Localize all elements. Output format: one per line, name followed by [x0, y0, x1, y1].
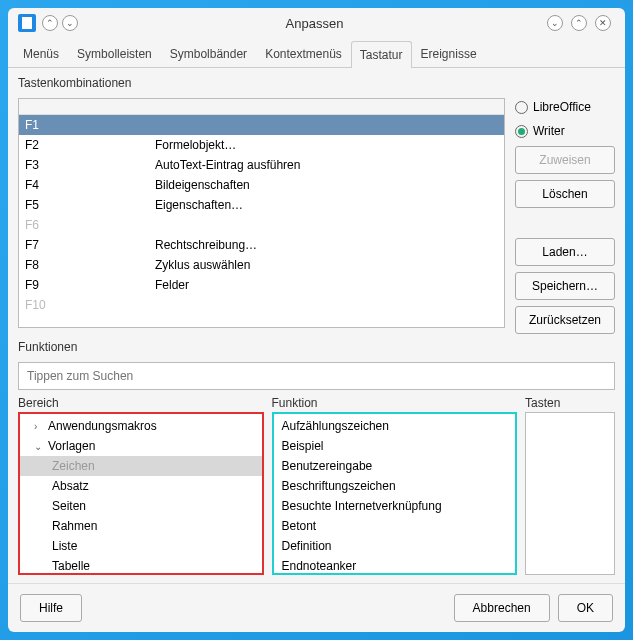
shortcut-row[interactable]: F8Zyklus auswählen	[19, 255, 504, 275]
shortcut-key: F1	[25, 118, 155, 132]
tab-bar: Menüs Symbolleisten Symbolbänder Kontext…	[8, 40, 625, 68]
tab-contextmenus[interactable]: Kontextmenüs	[256, 40, 351, 67]
shortcut-key: F4	[25, 178, 155, 192]
shortcut-row[interactable]: F2Formelobjekt…	[19, 135, 504, 155]
app-icon	[18, 14, 36, 32]
function-list[interactable]: AufzählungszeichenBeispielBenutzereingab…	[272, 412, 518, 575]
shortcut-action	[155, 218, 498, 232]
area-tree[interactable]: ›Anwendungsmakros ⌄Vorlagen ZeichenAbsat…	[18, 412, 264, 575]
close-button[interactable]: ✕	[595, 15, 611, 31]
tree-item[interactable]: Zeichen	[20, 456, 262, 476]
cancel-button[interactable]: Abbrechen	[454, 594, 550, 622]
dialog-footer: Hilfe Abbrechen OK	[8, 583, 625, 632]
radio-icon	[515, 125, 528, 138]
tab-toolbars[interactable]: Symbolleisten	[68, 40, 161, 67]
shortcut-row[interactable]: F3AutoText-Eintrag ausführen	[19, 155, 504, 175]
function-item[interactable]: Betont	[274, 516, 516, 536]
shortcut-key: F10	[25, 298, 155, 312]
tree-item-macros[interactable]: ›Anwendungsmakros	[20, 416, 262, 436]
collapse-button[interactable]: ⌃	[42, 15, 58, 31]
shortcut-key: F9	[25, 278, 155, 292]
tree-item-templates[interactable]: ⌄Vorlagen	[20, 436, 262, 456]
titlebar: ⌃ ⌄ Anpassen ⌄ ⌃ ✕	[8, 8, 625, 38]
function-item[interactable]: Besuchte Internetverknüpfung	[274, 496, 516, 516]
shortcut-action	[155, 298, 498, 312]
shortcuts-list[interactable]: F1F2Formelobjekt…F3AutoText-Eintrag ausf…	[18, 98, 505, 328]
shortcut-row[interactable]: F1	[19, 115, 504, 135]
tree-item[interactable]: Liste	[20, 536, 262, 556]
function-item[interactable]: Beispiel	[274, 436, 516, 456]
window-title: Anpassen	[82, 16, 547, 31]
load-button[interactable]: Laden…	[515, 238, 615, 266]
radio-icon	[515, 101, 528, 114]
shortcut-action: Rechtschreibung…	[155, 238, 498, 252]
tree-item[interactable]: Tabelle	[20, 556, 262, 575]
shortcut-action: Felder	[155, 278, 498, 292]
maximize-button[interactable]: ⌃	[571, 15, 587, 31]
shortcut-action: Eigenschaften…	[155, 198, 498, 212]
ok-button[interactable]: OK	[558, 594, 613, 622]
shortcut-action: Formelobjekt…	[155, 138, 498, 152]
shortcut-action: Bildeigenschaften	[155, 178, 498, 192]
tab-menus[interactable]: Menüs	[14, 40, 68, 67]
functions-label: Funktionen	[18, 340, 615, 354]
shortcut-row[interactable]: F10	[19, 295, 504, 315]
area-label: Bereich	[18, 396, 264, 410]
scope-writer-label: Writer	[533, 124, 565, 138]
tab-events[interactable]: Ereignisse	[412, 40, 486, 67]
keys-list[interactable]	[525, 412, 615, 575]
expand-button[interactable]: ⌄	[62, 15, 78, 31]
chevron-down-icon: ⌄	[34, 441, 44, 452]
shortcut-row[interactable]: F5Eigenschaften…	[19, 195, 504, 215]
shortcut-row[interactable]: F9Felder	[19, 275, 504, 295]
function-label: Funktion	[272, 396, 518, 410]
shortcut-action: AutoText-Eintrag ausführen	[155, 158, 498, 172]
tree-item[interactable]: Rahmen	[20, 516, 262, 536]
shortcut-row[interactable]: F7Rechtschreibung…	[19, 235, 504, 255]
assign-button[interactable]: Zuweisen	[515, 146, 615, 174]
scope-writer[interactable]: Writer	[515, 122, 615, 140]
shortcut-action: Zyklus auswählen	[155, 258, 498, 272]
chevron-right-icon: ›	[34, 421, 44, 432]
function-item[interactable]: Aufzählungszeichen	[274, 416, 516, 436]
shortcuts-label: Tastenkombinationen	[18, 76, 615, 90]
shortcuts-header	[19, 99, 504, 115]
save-button[interactable]: Speichern…	[515, 272, 615, 300]
keys-label: Tasten	[525, 396, 615, 410]
function-item[interactable]: Definition	[274, 536, 516, 556]
scope-libreoffice-label: LibreOffice	[533, 100, 591, 114]
shortcut-key: F6	[25, 218, 155, 232]
shortcut-key: F8	[25, 258, 155, 272]
tab-ribbons[interactable]: Symbolbänder	[161, 40, 256, 67]
tab-keyboard[interactable]: Tastatur	[351, 41, 412, 68]
delete-button[interactable]: Löschen	[515, 180, 615, 208]
tree-item[interactable]: Absatz	[20, 476, 262, 496]
shortcut-key: F3	[25, 158, 155, 172]
shortcut-key: F2	[25, 138, 155, 152]
shortcut-row[interactable]: F6	[19, 215, 504, 235]
shortcut-key: F5	[25, 198, 155, 212]
shortcut-row[interactable]: F4Bildeigenschaften	[19, 175, 504, 195]
function-item[interactable]: Beschriftungszeichen	[274, 476, 516, 496]
tree-item[interactable]: Seiten	[20, 496, 262, 516]
customize-dialog: ⌃ ⌄ Anpassen ⌄ ⌃ ✕ Menüs Symbolleisten S…	[8, 8, 625, 632]
shortcut-action	[155, 118, 498, 132]
minimize-button[interactable]: ⌄	[547, 15, 563, 31]
function-item[interactable]: Benutzereingabe	[274, 456, 516, 476]
help-button[interactable]: Hilfe	[20, 594, 82, 622]
function-item[interactable]: Endnoteanker	[274, 556, 516, 575]
shortcut-key: F7	[25, 238, 155, 252]
search-input[interactable]	[18, 362, 615, 390]
scope-libreoffice[interactable]: LibreOffice	[515, 98, 615, 116]
reset-button[interactable]: Zurücksetzen	[515, 306, 615, 334]
